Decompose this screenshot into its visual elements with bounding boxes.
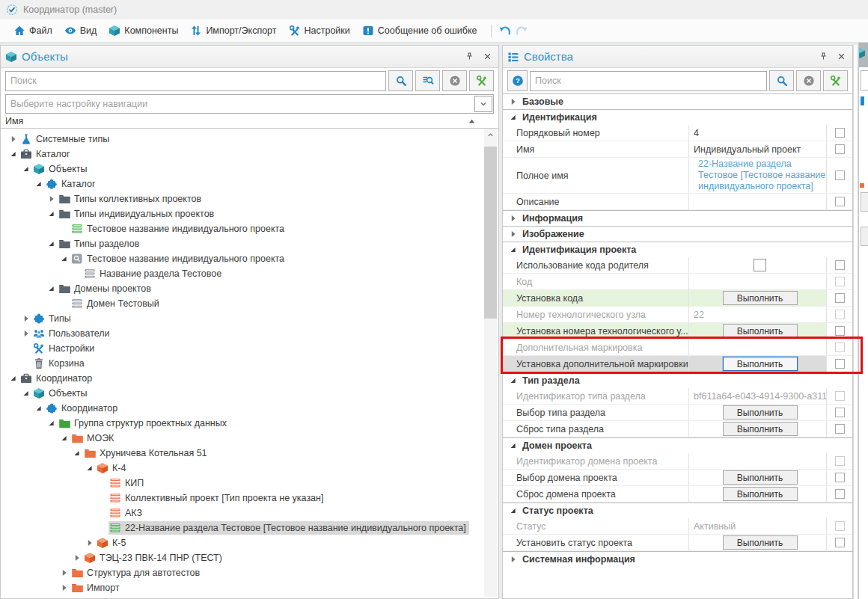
- expander-collapsed-icon[interactable]: [70, 552, 83, 564]
- expander-collapsed-icon[interactable]: [19, 328, 32, 340]
- expander-expanded-icon[interactable]: [507, 440, 519, 452]
- row-checkbox[interactable]: [835, 473, 845, 482]
- tree-row[interactable]: Системные типы: [1, 132, 484, 147]
- clear-search-icon[interactable]: [796, 70, 821, 91]
- redo-icon[interactable]: [516, 25, 528, 37]
- row-checkbox[interactable]: [835, 310, 845, 319]
- tree-row[interactable]: К-4: [1, 461, 484, 476]
- tree-row[interactable]: Коллективный проект [Тип проекта не указ…: [1, 491, 484, 506]
- tree-row[interactable]: Каталог: [1, 147, 484, 162]
- property-row[interactable]: Номер технологического узла22: [503, 307, 852, 323]
- row-checkbox[interactable]: [835, 171, 845, 180]
- expander-collapsed-icon[interactable]: [507, 212, 519, 224]
- tree-row[interactable]: Типы коллективных проектов: [1, 191, 484, 206]
- menu-item-4[interactable]: Импорт/Экспорт: [184, 22, 282, 40]
- properties-scrollbar-track[interactable]: [853, 45, 858, 599]
- row-checkbox[interactable]: [835, 293, 845, 303]
- row-checkbox[interactable]: [835, 359, 845, 369]
- tree-row[interactable]: Типы: [1, 311, 484, 326]
- tree-row[interactable]: Корзина: [1, 356, 484, 371]
- expander-expanded-icon[interactable]: [7, 372, 19, 384]
- expander-collapsed-icon[interactable]: [507, 96, 519, 108]
- tree-row[interactable]: Типы индивидуальных проектов: [1, 206, 484, 221]
- property-group-row[interactable]: Тип раздела: [503, 372, 852, 388]
- tree-row[interactable]: Объекты: [1, 162, 484, 176]
- search-icon[interactable]: [388, 70, 413, 91]
- row-checkbox[interactable]: [835, 391, 845, 401]
- search-icon[interactable]: [769, 70, 794, 91]
- property-group-row[interactable]: Домен проекта: [503, 437, 852, 453]
- execute-button[interactable]: Выполнить: [723, 470, 798, 485]
- tree-row[interactable]: Пользователи: [1, 326, 484, 341]
- expander-expanded-icon[interactable]: [45, 283, 58, 295]
- expander-expanded-icon[interactable]: [32, 178, 45, 190]
- tree-row[interactable]: АКЗ: [1, 506, 484, 520]
- property-row[interactable]: Выбор типа разделаВыполнить: [503, 405, 852, 421]
- expander-expanded-icon[interactable]: [45, 417, 58, 429]
- property-row[interactable]: Идентификатор типа разделаbf611a64-e043-…: [503, 388, 852, 405]
- help-icon[interactable]: ?: [507, 70, 528, 91]
- expander-collapsed-icon[interactable]: [45, 193, 58, 205]
- expander-collapsed-icon[interactable]: [58, 582, 70, 594]
- property-row[interactable]: Идентификатор домена проекта: [503, 453, 852, 470]
- tree-row[interactable]: ТЭЦ-23 ПВК-14 ПНР (ТЕСТ): [1, 550, 484, 565]
- row-checkbox[interactable]: [835, 326, 845, 336]
- row-checkbox[interactable]: [835, 489, 845, 499]
- property-row[interactable]: Выбор домена проектаВыполнить: [503, 470, 852, 486]
- tree-row[interactable]: Импорт: [1, 580, 484, 595]
- pin-icon[interactable]: [816, 50, 830, 64]
- property-row[interactable]: Использование кода родителя: [503, 257, 852, 274]
- property-row[interactable]: ИмяИндивидуальный проект: [503, 141, 852, 158]
- row-checkbox[interactable]: [835, 128, 845, 138]
- tree-row[interactable]: Группа структур проектных данных: [1, 416, 484, 431]
- property-group-row[interactable]: Базовые: [503, 93, 852, 109]
- property-group-row[interactable]: Идентификация проекта: [503, 242, 852, 257]
- value-checkbox[interactable]: [754, 259, 766, 271]
- expander-expanded-icon[interactable]: [45, 238, 58, 250]
- property-row[interactable]: Полное имя22-Название раздела Тестовое […: [503, 158, 852, 194]
- execute-button[interactable]: Выполнить: [723, 535, 798, 550]
- tree-row[interactable]: Название раздела Тестовое: [1, 266, 484, 281]
- row-checkbox[interactable]: [835, 521, 845, 531]
- property-group-row[interactable]: Информация: [503, 210, 852, 226]
- tree-row[interactable]: Хруничева Котельная 51: [1, 446, 484, 461]
- tree-row[interactable]: Каталог: [1, 176, 484, 191]
- expander-expanded-icon[interactable]: [507, 244, 519, 256]
- pin-icon[interactable]: [462, 50, 476, 64]
- execute-button[interactable]: Выполнить: [723, 487, 798, 501]
- tree-row[interactable]: Тестовое название индивидуального проект…: [1, 221, 484, 236]
- menu-item-6[interactable]: Сообщение об ошибке: [356, 22, 483, 40]
- row-checkbox[interactable]: [835, 342, 845, 352]
- expander-expanded-icon[interactable]: [7, 148, 19, 160]
- expander-expanded-icon[interactable]: [507, 505, 519, 517]
- execute-button[interactable]: Выполнить: [723, 357, 798, 371]
- expander-collapsed-icon[interactable]: [507, 553, 519, 565]
- tree-column-header[interactable]: Имя: [1, 114, 498, 129]
- close-icon[interactable]: [834, 50, 848, 64]
- advanced-search-icon[interactable]: [415, 70, 440, 91]
- expander-collapsed-icon[interactable]: [83, 537, 96, 549]
- row-checkbox[interactable]: [835, 538, 845, 547]
- expander-expanded-icon[interactable]: [83, 462, 96, 474]
- row-checkbox[interactable]: [835, 408, 845, 417]
- chevron-down-icon[interactable]: [474, 96, 492, 112]
- property-row[interactable]: Код: [503, 274, 852, 290]
- tree-scrollbar-thumb[interactable]: [484, 147, 497, 319]
- property-group-row[interactable]: Идентификация: [503, 109, 852, 125]
- property-row[interactable]: Установка номера технологического у...Вы…: [503, 323, 852, 340]
- menu-item-5[interactable]: Настройки: [283, 22, 356, 40]
- undo-icon[interactable]: [499, 25, 511, 37]
- property-row[interactable]: Установка дополнительной маркировкиВыпол…: [503, 356, 852, 372]
- tree-row[interactable]: Координатор: [1, 401, 484, 416]
- expander-collapsed-icon[interactable]: [19, 313, 32, 325]
- expander-collapsed-icon[interactable]: [58, 567, 70, 579]
- expander-expanded-icon[interactable]: [19, 163, 32, 175]
- close-icon[interactable]: [480, 50, 494, 64]
- row-checkbox[interactable]: [835, 424, 845, 434]
- tree-row[interactable]: Домены проектов: [1, 281, 484, 296]
- tree-row[interactable]: Координатор: [1, 371, 484, 386]
- tree-row[interactable]: Настройки: [1, 341, 484, 356]
- tree-row[interactable]: Тестовое название индивидуального проект…: [1, 251, 484, 266]
- scroll-up-icon[interactable]: [484, 129, 497, 141]
- tree-row[interactable]: Типы разделов: [1, 236, 484, 251]
